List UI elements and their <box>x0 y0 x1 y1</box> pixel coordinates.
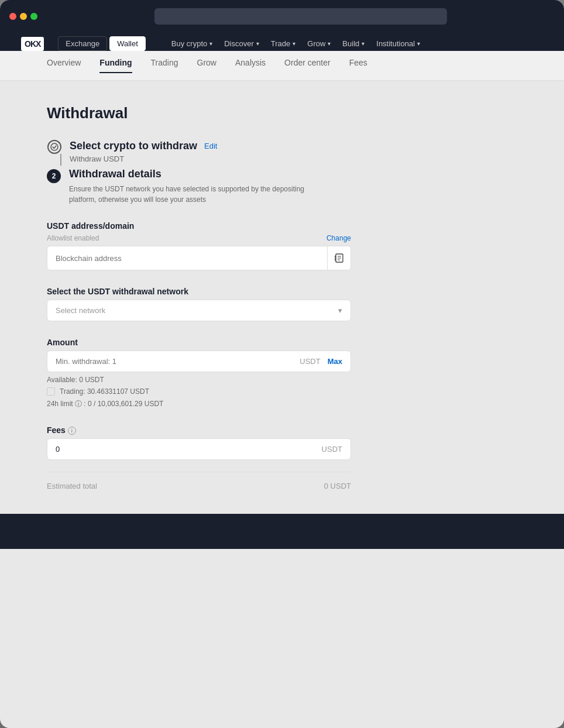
fees-label: Fees i <box>47 425 351 435</box>
exchange-tab[interactable]: Exchange <box>58 36 107 51</box>
change-link[interactable]: Change <box>326 234 351 242</box>
grow-link[interactable]: Grow ▾ <box>307 39 331 48</box>
chevron-down-icon: ▾ <box>362 40 364 47</box>
nav-tabs: Exchange Wallet <box>58 36 145 51</box>
estimated-value: 0 USDT <box>324 482 351 490</box>
trading-row: Trading: 30.46331107 USDT <box>47 387 351 396</box>
chevron-down-icon: ▾ <box>293 40 295 47</box>
address-bar[interactable] <box>154 8 447 25</box>
address-label: USDT address/domain <box>47 221 351 231</box>
chevron-down-icon: ▾ <box>338 306 342 315</box>
chevron-down-icon: ▾ <box>328 40 331 47</box>
fees-info-icon[interactable]: i <box>68 427 76 435</box>
step1-subtitle: Withdraw USDT <box>70 154 217 163</box>
network-label: Select the USDT withdrawal network <box>47 287 351 296</box>
discover-link[interactable]: Discover ▾ <box>224 39 259 48</box>
step-connector <box>60 154 61 166</box>
sub-nav: Overview Funding Trading Grow Analysis O… <box>0 51 564 81</box>
build-link[interactable]: Build ▾ <box>342 39 364 48</box>
fees-tab[interactable]: Fees <box>349 58 367 73</box>
trading-tab[interactable]: Trading <box>151 58 178 73</box>
fees-section: Fees i 0 USDT <box>47 425 351 460</box>
estimated-total-row: Estimated total 0 USDT <box>47 472 351 490</box>
address-section: USDT address/domain Allowlist enabled Ch… <box>47 221 351 270</box>
analysis-tab[interactable]: Analysis <box>235 58 266 73</box>
logo: OKX <box>21 37 44 51</box>
grow-tab[interactable]: Grow <box>197 58 216 73</box>
close-dot <box>9 13 16 20</box>
step1-icon <box>47 140 61 154</box>
address-input[interactable] <box>47 248 327 269</box>
amount-input[interactable] <box>56 357 300 366</box>
svg-point-0 <box>51 143 58 150</box>
fees-value: 0 <box>56 445 322 454</box>
estimated-label: Estimated total <box>47 482 97 490</box>
svg-rect-2 <box>335 256 336 257</box>
amount-currency: USDT <box>300 357 320 366</box>
step2-icon: 2 <box>47 169 61 183</box>
trading-checkbox[interactable] <box>47 387 55 396</box>
allowlist-text: Allowlist enabled <box>47 234 99 242</box>
logo-text: OKX <box>21 37 44 51</box>
institutional-link[interactable]: Institutional ▾ <box>376 39 420 48</box>
edit-link[interactable]: Edit <box>204 142 217 150</box>
address-sublabel: Allowlist enabled Change <box>47 234 351 242</box>
svg-rect-4 <box>335 259 336 260</box>
fees-currency: USDT <box>322 445 342 454</box>
network-select[interactable]: Select network ▾ <box>47 300 351 321</box>
nav-links: Buy crypto ▾ Discover ▾ Trade ▾ Grow ▾ B… <box>171 39 420 48</box>
trading-text: Trading: 30.46331107 USDT <box>60 387 149 396</box>
overview-tab[interactable]: Overview <box>47 58 81 73</box>
network-placeholder: Select network <box>56 306 105 315</box>
step2-content: Withdrawal details Ensure the USDT netwo… <box>69 168 351 205</box>
chevron-down-icon: ▾ <box>417 40 420 47</box>
available-text: Available: 0 USDT <box>47 376 351 384</box>
step1-title: Select crypto to withdraw <box>70 140 197 152</box>
amount-input-wrap: USDT Max <box>47 351 351 372</box>
step2-title: Withdrawal details <box>69 168 351 180</box>
step2-description: Ensure the USDT network you have selecte… <box>69 184 326 205</box>
svg-rect-3 <box>335 257 336 259</box>
step1-header: Select crypto to withdraw Edit <box>70 140 217 152</box>
minimize-dot <box>20 13 27 20</box>
address-book-button[interactable] <box>327 246 350 270</box>
amount-section: Amount USDT Max Available: 0 USDT Tradin… <box>47 338 351 409</box>
max-button[interactable]: Max <box>328 357 342 366</box>
address-input-wrap <box>47 246 351 270</box>
bottom-bar <box>0 514 564 549</box>
network-section: Select the USDT withdrawal network Selec… <box>47 287 351 321</box>
limit-text: 24h limit ⓘ : 0 / 10,003,601.29 USDT <box>47 399 351 409</box>
amount-label: Amount <box>47 338 351 347</box>
buy-crypto-link[interactable]: Buy crypto ▾ <box>171 39 212 48</box>
trade-link[interactable]: Trade ▾ <box>271 39 295 48</box>
step1: Select crypto to withdraw Edit Withdraw … <box>47 139 351 168</box>
chevron-down-icon: ▾ <box>209 40 212 47</box>
chevron-down-icon: ▾ <box>256 40 259 47</box>
maximize-dot <box>30 13 37 20</box>
fees-input-wrap: 0 USDT <box>47 438 351 460</box>
order-center-tab[interactable]: Order center <box>284 58 331 73</box>
funding-tab[interactable]: Funding <box>99 58 132 73</box>
steps-container: Select crypto to withdraw Edit Withdraw … <box>47 139 351 490</box>
page-title: Withdrawal <box>47 104 517 122</box>
step2: 2 Withdrawal details Ensure the USDT net… <box>47 168 351 205</box>
wallet-tab[interactable]: Wallet <box>109 36 146 51</box>
